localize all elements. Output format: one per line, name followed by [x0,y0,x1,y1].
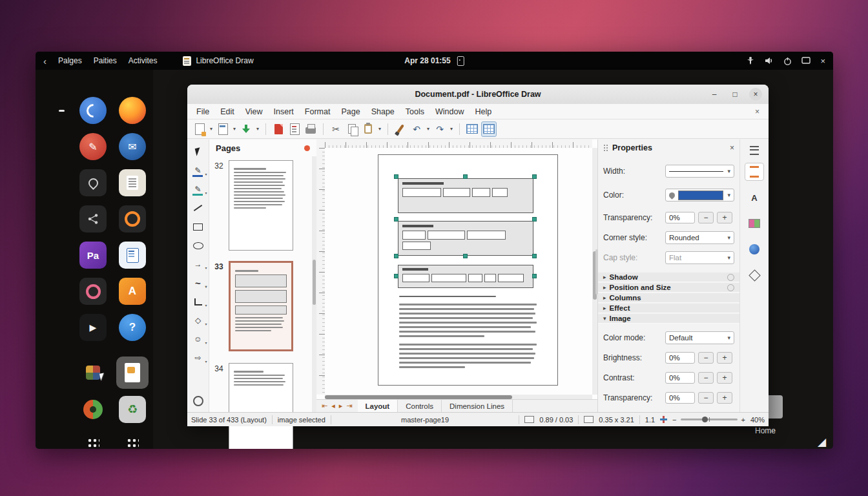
tab-dimension-lines[interactable]: Dimension Lines [442,400,513,412]
selection-handle[interactable] [394,274,398,278]
menu-tools[interactable]: Tools [406,107,424,116]
thunderbird-app-icon[interactable]: ✉ [119,133,146,160]
content-box-3[interactable] [398,265,533,288]
previous-layer-icon[interactable]: ◂ [331,402,335,410]
line-color-tool[interactable]: ✎▾ [190,163,207,178]
page-thumbnail-33-selected[interactable] [229,261,293,351]
zoom-out-button[interactable]: − [672,416,676,424]
video-app-icon[interactable]: ▶ [79,314,107,341]
page-thumbnail-34[interactable] [229,363,293,449]
focused-app-indicator[interactable]: LibreOffice Draw [183,56,253,66]
selection-handle[interactable] [532,254,537,258]
topbar-item-pages[interactable]: Palges [58,56,82,65]
chevron-down-icon[interactable]: ▾ [209,126,214,132]
libreoffice-app-icon-active[interactable] [116,356,149,389]
menu-help[interactable]: Help [475,107,491,116]
contrast-input[interactable]: 0% [665,372,695,384]
pa-app-icon[interactable]: Pa [79,242,107,269]
help-app-icon[interactable]: ? [119,314,146,341]
selection-handle[interactable] [394,217,398,222]
corner-style-select[interactable]: Rounded▾ [665,231,734,244]
title-bar[interactable]: Document.pdf - LibreOffice Draw – □ × [187,85,769,105]
content-box-2[interactable] [398,221,533,256]
maximize-button[interactable]: □ [728,88,741,101]
content-box-1[interactable] [398,178,533,213]
zoom-in-button[interactable]: + [741,416,745,424]
deck-gallery-button[interactable] [745,214,764,232]
line-color-select[interactable]: ▾ [665,189,734,202]
transparency-input[interactable]: 0% [665,212,695,223]
section-shadow[interactable]: ▸ Shadow [598,273,739,282]
menu-window[interactable]: Window [435,107,464,116]
deck-styles-button[interactable]: A [745,189,764,207]
paste-button[interactable] [361,122,375,136]
minimize-button[interactable]: – [708,88,721,101]
drawing-canvas[interactable] [325,148,592,395]
drawing-app-icon[interactable]: ✎ [79,133,107,160]
tab-controls[interactable]: Controls [398,400,442,412]
line-width-select[interactable]: ▾ [665,165,734,178]
selection-handle[interactable] [532,174,537,179]
brightness-input[interactable]: 0% [665,352,695,364]
back-icon[interactable]: ‹ [43,56,46,67]
decrease-button[interactable]: − [698,352,714,364]
menu-view[interactable]: View [245,107,263,116]
menu-edit[interactable]: Edit [220,107,234,116]
page-thumbnail-32[interactable] [229,160,293,251]
master-page-status[interactable]: master-page19 [336,416,514,424]
pages-panel-close-icon[interactable] [304,145,310,151]
connector-tool[interactable]: ▾ [190,294,207,309]
clone-formatting-button[interactable] [393,122,408,136]
snap-grid-button[interactable] [481,121,497,137]
symbol-shapes-tool[interactable]: ☺▾ [190,332,207,346]
zoom-percentage[interactable]: 40% [750,416,765,424]
menu-file[interactable]: File [196,107,209,116]
next-layer-icon[interactable]: ▸ [339,402,343,410]
software-app-icon[interactable]: ♻ [119,396,146,423]
last-layer-icon[interactable]: ⇥ [346,402,352,410]
first-layer-icon[interactable]: ⇤ [322,402,327,410]
fit-page-icon[interactable] [660,416,667,423]
pages-scrollbar[interactable] [312,156,316,412]
ellipse-tool[interactable] [190,238,207,253]
selection-handle[interactable] [394,254,398,258]
close-session-icon[interactable]: × [820,56,825,66]
close-panel-icon[interactable]: × [730,143,734,152]
increase-button[interactable]: + [717,352,732,364]
writer-doc-app-icon[interactable] [119,242,146,269]
menu-format[interactable]: Format [305,107,331,116]
section-columns[interactable]: ▸ Columns [598,293,739,303]
app-grid-button[interactable] [79,430,107,449]
curve-tool[interactable]: ~▾ [190,276,207,290]
zoom-slider[interactable] [681,418,738,420]
section-effect[interactable]: ▸ Effect [598,304,739,313]
chevron-down-icon[interactable]: ▾ [449,126,454,132]
page-content-frame[interactable] [378,154,558,386]
export-button[interactable] [287,122,302,136]
chevron-down-icon[interactable]: ▾ [232,126,237,132]
fill-color-tool[interactable]: ✎▾ [190,182,207,196]
sidebar-menu-icon[interactable] [750,146,759,155]
cut-button[interactable]: ✂ [329,122,343,136]
print-button[interactable] [304,122,318,136]
undo-button[interactable]: ↶ [409,122,424,136]
resize-corner-icon[interactable]: ◢ [818,435,826,449]
topbar-item-parties[interactable]: Paities [94,56,117,65]
vertical-ruler[interactable] [316,148,326,395]
close-document-icon[interactable]: × [755,107,760,116]
chevron-down-icon[interactable]: ▾ [255,126,260,132]
files-app-icon[interactable] [119,169,146,196]
media-app-icon[interactable] [79,278,107,305]
basic-shapes-tool[interactable]: ◇▾ [190,313,207,327]
power-icon[interactable] [783,57,792,65]
accessibility-icon[interactable] [746,56,755,65]
copy-button[interactable] [345,122,359,136]
a-app-icon[interactable]: A [119,278,146,305]
increase-button[interactable]: + [717,392,732,404]
decrease-button[interactable]: − [698,392,714,404]
new-document-button[interactable] [192,122,207,136]
menu-page[interactable]: Page [341,107,360,116]
selection-handle[interactable] [532,217,537,222]
zoom-slider-thumb[interactable] [702,417,708,422]
deck-properties-button[interactable] [745,163,764,181]
